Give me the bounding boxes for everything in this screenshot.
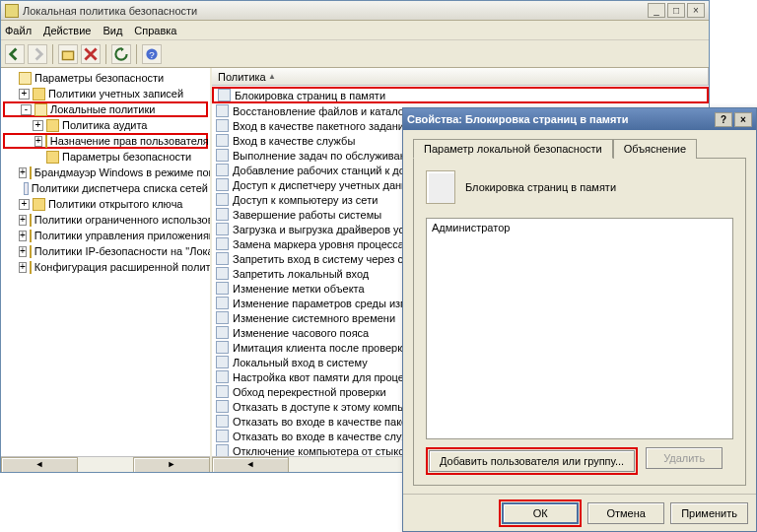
dialog-close-button[interactable]: × bbox=[734, 112, 752, 127]
tab-pane: Блокировка страниц в памяти Администрато… bbox=[413, 158, 746, 486]
policy-icon bbox=[216, 297, 229, 309]
close-button[interactable]: × bbox=[687, 3, 705, 18]
dialog-titlebar[interactable]: Свойства: Блокировка страниц в памяти ? … bbox=[403, 108, 756, 130]
folder-icon bbox=[30, 214, 32, 227]
policy-icon bbox=[218, 89, 231, 101]
tree-item[interactable]: Параметры безопасности bbox=[3, 149, 208, 165]
tree-hscrollbar[interactable]: ◄► bbox=[1, 456, 210, 472]
policy-label: Блокировка страниц в памяти bbox=[235, 90, 385, 101]
tree-item-label: Политики ограниченного использования bbox=[34, 214, 210, 226]
members-listbox[interactable]: Администратор bbox=[426, 218, 733, 439]
tree-item[interactable]: +Политики управления приложениями bbox=[3, 228, 208, 243]
tree-item-label: Назначение прав пользователя bbox=[50, 135, 209, 147]
help-button[interactable]: ? bbox=[142, 44, 162, 64]
delete-button[interactable] bbox=[81, 44, 101, 64]
folder-icon bbox=[33, 88, 45, 100]
tree-item[interactable]: +Политики открытого ключа bbox=[3, 196, 208, 212]
expand-toggle[interactable]: + bbox=[19, 89, 30, 100]
policy-icon bbox=[216, 208, 229, 221]
folder-icon bbox=[46, 119, 59, 132]
policy-label: Имитация клиента после проверки по bbox=[233, 342, 423, 354]
policy-row[interactable]: Блокировка страниц в памяти bbox=[212, 87, 709, 103]
policy-label: Отказать во входе в качестве служб bbox=[233, 431, 415, 442]
menu-file[interactable]: Файл bbox=[5, 25, 32, 36]
policy-label: Вход в качестве пакетного задания bbox=[233, 120, 410, 132]
ok-button[interactable]: ОК bbox=[502, 502, 579, 524]
expand-toggle[interactable]: + bbox=[19, 231, 27, 241]
tree-item[interactable]: +Конфигурация расширенной политики bbox=[3, 259, 208, 275]
tree-item[interactable]: +Политики ограниченного использования bbox=[3, 212, 208, 228]
tab-explanation[interactable]: Объяснение bbox=[613, 139, 697, 159]
add-user-group-button[interactable]: Добавить пользователя или группу... bbox=[429, 450, 635, 472]
policy-label: Добавление рабочих станций к домен bbox=[233, 165, 425, 176]
folder-icon bbox=[30, 230, 32, 242]
expand-toggle[interactable]: + bbox=[19, 262, 27, 273]
expand-toggle[interactable]: + bbox=[33, 120, 43, 131]
tree-item[interactable]: -Локальные политики bbox=[3, 101, 208, 117]
policy-label: Запретить локальный вход bbox=[233, 268, 369, 280]
export-button[interactable] bbox=[58, 44, 78, 64]
policy-icon bbox=[216, 400, 229, 413]
tree-item-label: Конфигурация расширенной политики bbox=[34, 261, 210, 273]
policy-icon bbox=[216, 178, 229, 191]
member-item[interactable]: Администратор bbox=[432, 222, 727, 233]
dialog-help-button[interactable]: ? bbox=[715, 112, 732, 127]
refresh-button[interactable] bbox=[111, 44, 131, 64]
policy-label: Изменение метки объекта bbox=[233, 283, 365, 295]
policy-icon bbox=[426, 170, 455, 204]
policy-label: Изменение параметров среды изгото bbox=[233, 298, 421, 309]
policy-icon bbox=[216, 223, 229, 235]
expand-toggle[interactable]: + bbox=[19, 246, 27, 257]
tab-local-security[interactable]: Параметр локальной безопасности bbox=[413, 139, 613, 159]
maximize-button[interactable]: □ bbox=[667, 3, 685, 18]
apply-button[interactable]: Применить bbox=[670, 502, 748, 524]
folder-icon bbox=[33, 198, 45, 211]
back-button[interactable] bbox=[5, 44, 25, 64]
cancel-button[interactable]: Отмена bbox=[587, 502, 664, 524]
policy-label: Локальный вход в систему bbox=[233, 357, 368, 368]
policy-label: Отключение компьютера от стыковоч bbox=[233, 445, 422, 457]
minimize-button[interactable]: _ bbox=[648, 3, 665, 18]
policy-label: Отказать в доступе к этому компьют bbox=[233, 401, 416, 413]
tree-item[interactable]: +Брандмауэр Windows в режиме повыше bbox=[3, 165, 208, 180]
policy-label: Вход в качестве службы bbox=[233, 135, 355, 147]
expand-toggle[interactable]: - bbox=[21, 104, 32, 115]
forward-button[interactable] bbox=[28, 44, 47, 64]
tree-item[interactable]: Политики диспетчера списка сетей bbox=[3, 180, 208, 196]
tree-item[interactable]: +Политика аудита bbox=[3, 117, 208, 133]
tree-panel: Параметры безопасности +Политики учетных… bbox=[1, 68, 212, 472]
expand-toggle[interactable]: + bbox=[19, 167, 27, 178]
menu-view[interactable]: Вид bbox=[103, 25, 122, 36]
tree-item[interactable]: +Политики IP-безопасности на "Локальн bbox=[3, 243, 208, 259]
expand-toggle[interactable]: + bbox=[19, 199, 30, 210]
policy-name-label: Блокировка страниц в памяти bbox=[465, 181, 616, 193]
policy-icon bbox=[216, 385, 229, 398]
menu-help[interactable]: Справка bbox=[134, 25, 176, 36]
policy-icon bbox=[216, 311, 229, 324]
menu-action[interactable]: Действие bbox=[43, 25, 91, 36]
folder-icon bbox=[19, 72, 32, 85]
remove-button: Удалить bbox=[646, 447, 723, 469]
list-header[interactable]: Политика ▲ bbox=[212, 68, 709, 86]
folder-icon bbox=[45, 135, 47, 148]
tree-item[interactable]: +Политики учетных записей bbox=[3, 86, 208, 101]
policy-label: Обход перекрестной проверки bbox=[233, 386, 386, 398]
tree-item[interactable]: +Назначение прав пользователя bbox=[3, 133, 208, 149]
policy-icon bbox=[216, 370, 229, 383]
expand-toggle[interactable]: + bbox=[34, 136, 42, 147]
svg-rect-0 bbox=[62, 51, 73, 59]
tree[interactable]: Параметры безопасности +Политики учетных… bbox=[1, 68, 210, 456]
folder-icon bbox=[30, 245, 32, 258]
expand-toggle[interactable]: + bbox=[19, 215, 27, 226]
titlebar[interactable]: Локальная политика безопасности _ □ × bbox=[1, 1, 709, 21]
tree-root[interactable]: Параметры безопасности bbox=[3, 70, 208, 86]
policy-icon bbox=[216, 252, 229, 265]
policy-icon bbox=[216, 341, 229, 354]
policy-icon bbox=[216, 356, 229, 368]
policy-icon bbox=[216, 326, 229, 339]
policy-icon bbox=[216, 267, 229, 280]
tree-item-label: Брандмауэр Windows в режиме повыше bbox=[34, 166, 210, 178]
policy-icon bbox=[216, 104, 229, 117]
folder-icon bbox=[30, 261, 32, 274]
policy-icon bbox=[216, 430, 229, 442]
